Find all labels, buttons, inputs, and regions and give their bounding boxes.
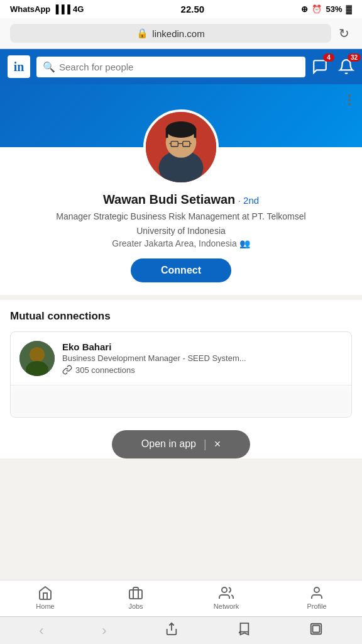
profile-container: Wawan Budi Setiawan · 2nd Manager Strate… [0, 109, 362, 295]
nav-network-label: Network [214, 602, 239, 610]
profile-photo [146, 112, 216, 182]
search-icon: 🔍 [43, 61, 55, 73]
location-text: Greater Jakarta Area, Indonesia [112, 238, 236, 248]
lock-icon: ⊕ [301, 4, 308, 14]
network-type: 4G [73, 4, 84, 14]
alarm-icon: ⏰ [312, 4, 322, 14]
svg-rect-5 [194, 128, 197, 138]
notifications-badge: 32 [348, 53, 361, 62]
lock-icon: 🔒 [136, 28, 148, 39]
mutual-person-description: Business Development Manager - SEED Syst… [62, 353, 276, 363]
bottom-nav: Home Jobs Network Profile [0, 580, 362, 616]
browser-forward-button[interactable]: › [102, 623, 106, 639]
messages-button[interactable]: 4 [312, 58, 328, 75]
home-icon [38, 586, 53, 601]
dot2 [348, 99, 351, 101]
mutual-person-avatar [19, 341, 55, 376]
profile-title: Manager Strategic Business Risk Manageme… [13, 211, 349, 223]
browser-bar: 🔒 linkedin.com ↻ [0, 18, 362, 49]
svg-point-16 [314, 587, 319, 592]
tabs-icon [309, 622, 323, 636]
network-icon [219, 586, 234, 601]
profile-location: Greater Jakarta Area, Indonesia 👥 [13, 238, 349, 248]
mutual-connections-section: Mutual connections Eko Bahari Business D… [0, 300, 362, 458]
mutual-person-name: Eko Bahari [62, 341, 343, 352]
svg-rect-14 [129, 590, 142, 599]
mutual-person-connections: 305 connections [62, 365, 343, 375]
close-app-banner-button[interactable]: × [214, 438, 221, 450]
browser-back-button[interactable]: ‹ [39, 623, 43, 639]
status-time: 22.50 [181, 4, 205, 14]
svg-point-3 [166, 121, 197, 138]
status-bar: WhatsApp ▐▐▐ 4G 22.50 ⊕ ⏰ 53% ▓ [0, 0, 362, 18]
browser-bookmarks-button[interactable] [237, 622, 251, 640]
status-left: WhatsApp ▐▐▐ 4G [10, 4, 84, 14]
avatar [143, 109, 219, 185]
connect-button[interactable]: Connect [131, 258, 231, 282]
dot1 [348, 94, 351, 97]
nav-home[interactable]: Home [26, 586, 64, 610]
nav-jobs[interactable]: Jobs [117, 586, 155, 610]
profile-name-row: Wawan Budi Setiawan · 2nd [13, 192, 349, 207]
nav-home-label: Home [36, 602, 54, 610]
open-app-text: Open in app [141, 438, 196, 450]
search-input[interactable] [59, 62, 299, 72]
blurred-row [11, 386, 351, 417]
bookmarks-icon [237, 622, 251, 636]
mutual-connections-card: Eko Bahari Business Development Manager … [10, 331, 352, 418]
nav-profile[interactable]: Profile [298, 586, 336, 610]
nav-profile-label: Profile [307, 602, 326, 610]
open-app-banner[interactable]: Open in app | × [112, 430, 250, 458]
section-divider [0, 295, 362, 300]
browser-share-button[interactable] [165, 622, 178, 640]
browser-bottom-bar: ‹ › [0, 616, 362, 644]
mutual-connections-title: Mutual connections [10, 310, 352, 323]
header-icons: 4 32 [312, 58, 354, 75]
status-right: ⊕ ⏰ 53% ▓ [301, 4, 352, 14]
linkedin-header: in 🔍 4 32 [0, 49, 362, 84]
profile-info: Wawan Budi Setiawan · 2nd Manager Strate… [0, 185, 362, 248]
browser-url-bar[interactable]: 🔒 linkedin.com [10, 24, 331, 43]
mutual-person-row[interactable]: Eko Bahari Business Development Manager … [11, 332, 351, 386]
briefcase-icon [128, 586, 143, 601]
avatar-wrapper [0, 109, 362, 185]
notifications-button[interactable]: 32 [338, 58, 354, 75]
connections-icon: 👥 [239, 238, 250, 248]
connection-degree: · 2nd [238, 195, 259, 206]
battery-text: 53% [326, 4, 342, 14]
dot3 [348, 103, 351, 106]
eko-photo [19, 341, 55, 376]
mutual-person-info: Eko Bahari Business Development Manager … [62, 341, 343, 375]
url-text: linkedin.com [152, 28, 204, 39]
nav-jobs-label: Jobs [128, 602, 143, 610]
linkedin-logo[interactable]: in [8, 55, 30, 78]
profile-school: University of Indonesia [13, 226, 349, 236]
profile-name: Wawan Budi Setiawan [103, 192, 235, 206]
nav-network[interactable]: Network [207, 586, 245, 610]
connections-count-text: 305 connections [75, 365, 135, 375]
browser-refresh-button[interactable]: ↻ [336, 23, 352, 43]
app-divider: | [204, 438, 207, 451]
svg-rect-4 [166, 128, 168, 138]
more-menu-button[interactable] [346, 92, 353, 108]
svg-rect-19 [312, 625, 319, 632]
profile-icon [309, 586, 324, 601]
svg-point-15 [222, 587, 227, 592]
carrier-text: WhatsApp [10, 4, 50, 14]
share-icon [165, 622, 178, 636]
battery-icon: ▓ [346, 4, 352, 14]
svg-point-12 [30, 347, 45, 362]
messages-badge: 4 [323, 53, 334, 62]
search-bar[interactable]: 🔍 [36, 57, 305, 77]
link-icon [62, 365, 72, 375]
browser-tabs-button[interactable] [309, 622, 323, 640]
signal-icon: ▐▐▐ [53, 4, 70, 14]
